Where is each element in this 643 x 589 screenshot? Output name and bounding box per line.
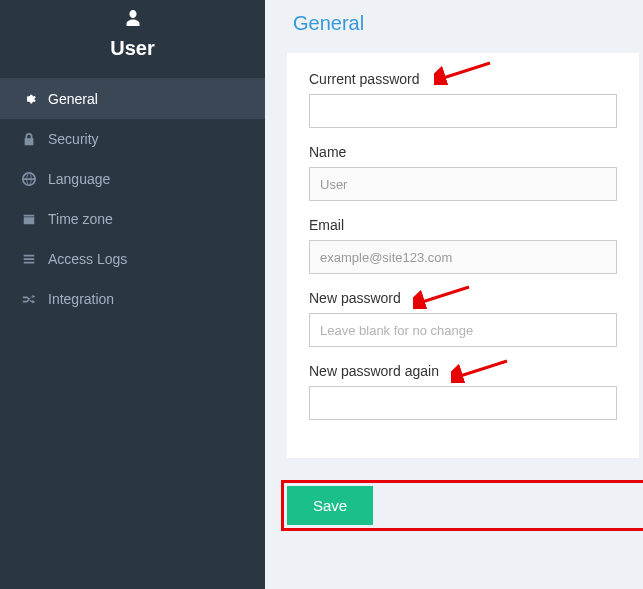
sidebar-item-label: Language xyxy=(48,171,110,187)
shuffle-icon xyxy=(18,292,40,306)
email-input[interactable] xyxy=(309,240,617,274)
new-password-label: New password xyxy=(309,290,617,306)
name-label: Name xyxy=(309,144,617,160)
field-email: Email xyxy=(309,217,617,274)
email-label: Email xyxy=(309,217,617,233)
field-new-password-again: New password again xyxy=(309,363,617,420)
sidebar-item-label: Integration xyxy=(48,291,114,307)
save-button[interactable]: Save xyxy=(287,486,373,525)
new-password-again-label: New password again xyxy=(309,363,617,379)
sidebar-item-general[interactable]: General xyxy=(0,79,265,119)
sidebar-title: User xyxy=(0,37,265,60)
field-current-password: Current password xyxy=(309,71,617,128)
settings-panel: Current password Name Email New password… xyxy=(287,53,639,458)
sidebar-item-timezone[interactable]: Time zone xyxy=(0,199,265,239)
current-password-input[interactable] xyxy=(309,94,617,128)
sidebar-item-language[interactable]: Language xyxy=(0,159,265,199)
sidebar-item-label: Security xyxy=(48,131,99,147)
sidebar-item-accesslogs[interactable]: Access Logs xyxy=(0,239,265,279)
save-wrap: Save xyxy=(287,486,643,525)
sidebar: User General Security Language Time zone xyxy=(0,0,265,589)
field-new-password: New password xyxy=(309,290,617,347)
new-password-input[interactable] xyxy=(309,313,617,347)
calendar-icon xyxy=(18,212,40,226)
sidebar-item-label: Time zone xyxy=(48,211,113,227)
field-name: Name xyxy=(309,144,617,201)
sidebar-item-label: General xyxy=(48,91,98,107)
current-password-label: Current password xyxy=(309,71,617,87)
page-title: General xyxy=(265,0,643,43)
sidebar-item-label: Access Logs xyxy=(48,251,127,267)
globe-icon xyxy=(18,172,40,186)
sidebar-item-integration[interactable]: Integration xyxy=(0,279,265,319)
sidebar-item-security[interactable]: Security xyxy=(0,119,265,159)
user-icon xyxy=(0,10,265,31)
sidebar-header: User xyxy=(0,0,265,78)
list-icon xyxy=(18,252,40,266)
gear-icon xyxy=(18,92,40,106)
lock-icon xyxy=(18,132,40,146)
sidebar-items: General Security Language Time zone Acce… xyxy=(0,78,265,319)
name-input[interactable] xyxy=(309,167,617,201)
new-password-again-input[interactable] xyxy=(309,386,617,420)
main: General Current password Name Email New … xyxy=(265,0,643,589)
